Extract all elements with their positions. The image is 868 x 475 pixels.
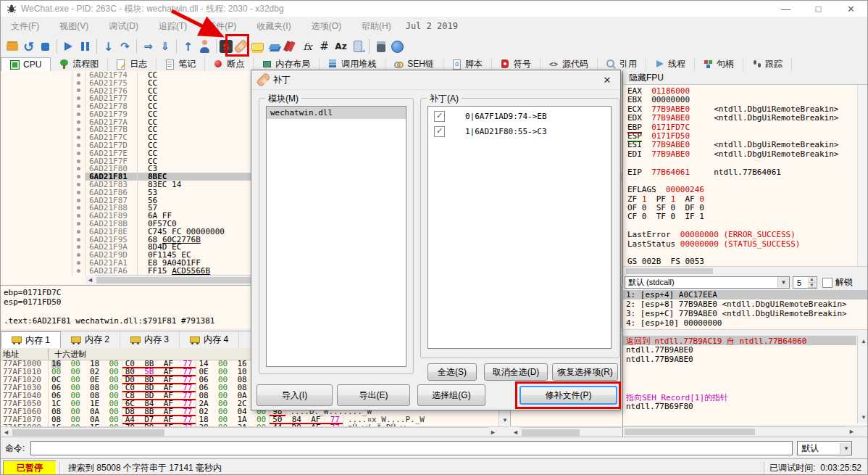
- breakpoint-dot-icon[interactable]: [72, 87, 85, 95]
- restore-selection-button[interactable]: 恢复选择项(R): [552, 363, 618, 381]
- scroll-right-icon[interactable]: ►: [488, 428, 498, 437]
- import-button[interactable]: 导入(I): [256, 384, 333, 406]
- breakpoint-dot-icon[interactable]: [72, 141, 85, 149]
- argument-row[interactable]: 2: [esp+8] 77B9ABE0 <ntdll.DbgUiRemoteBr…: [623, 300, 868, 309]
- step-into-icon[interactable]: [100, 38, 117, 55]
- breakpoint-dot-icon[interactable]: [72, 244, 85, 252]
- registers-vscrollbar[interactable]: [857, 85, 868, 266]
- breakpoint-dot-icon[interactable]: [72, 228, 85, 236]
- run-icon[interactable]: [60, 38, 77, 55]
- return-info-panel[interactable]: 返回到 ntdll.77B9AC19 自 ntdll.77B64060ntdll…: [623, 336, 856, 424]
- breakpoint-dot-icon[interactable]: [72, 236, 85, 244]
- argument-row[interactable]: 1: [esp+4] A0C17EEA: [623, 290, 868, 300]
- menu-item-4[interactable]: 插件(P): [197, 17, 246, 36]
- close-button[interactable]: ✕: [835, 1, 867, 17]
- breakpoint-dot-icon[interactable]: [72, 197, 85, 205]
- command-profile-dropdown[interactable]: 默认 ▼: [797, 441, 852, 455]
- argument-row[interactable]: 4: [esp+10] 00000000: [623, 318, 868, 328]
- tab-handles[interactable]: 句柄: [695, 57, 743, 71]
- tab-cpu[interactable]: CPU: [1, 57, 51, 71]
- breakpoint-dot-icon[interactable]: [72, 220, 85, 228]
- breakpoint-dot-icon[interactable]: [72, 118, 85, 126]
- minimize-button[interactable]: —: [769, 1, 802, 17]
- patch-file-button[interactable]: 修补文件(P): [519, 386, 617, 405]
- globe-icon[interactable]: [389, 38, 406, 55]
- open-folder-icon[interactable]: [4, 38, 20, 55]
- breakpoint-dot-icon[interactable]: [72, 110, 85, 118]
- patch-list[interactable]: ✓0|6A7F1AD9:74->EB✓1|6AD21F80:55->C3: [427, 106, 612, 349]
- strings-icon[interactable]: [333, 38, 349, 55]
- tab-notes[interactable]: 笔记: [157, 57, 205, 71]
- return-info-hscrollbar[interactable]: ►: [623, 426, 868, 437]
- scroll-up-icon[interactable]: ▲: [859, 336, 868, 346]
- breakpoint-dot-icon[interactable]: [72, 212, 85, 220]
- breakpoint-dot-icon[interactable]: [72, 165, 85, 173]
- stepper-arrows-icon[interactable]: ▲▼: [808, 277, 816, 288]
- breakpoint-dot-icon[interactable]: [72, 205, 85, 212]
- pause-icon[interactable]: [77, 38, 93, 55]
- stack-hscrollbar[interactable]: ◄: [510, 426, 622, 437]
- breakpoint-dot-icon[interactable]: [72, 181, 85, 189]
- registers-body[interactable]: EAX 01186000EBX 00000000ECX 77B9ABE0 <nt…: [623, 85, 856, 266]
- breakpoint-dot-icon[interactable]: [72, 133, 85, 141]
- breakpoint-dot-icon[interactable]: [72, 126, 85, 134]
- memory-tab-1[interactable]: 内存 1: [1, 331, 61, 348]
- fx-icon[interactable]: [299, 38, 316, 55]
- breakpoint-dot-icon[interactable]: [72, 71, 85, 79]
- restart-icon[interactable]: [20, 38, 37, 55]
- breakpoint-dot-icon[interactable]: [72, 259, 85, 267]
- attach-icon[interactable]: [196, 38, 213, 55]
- call-icon[interactable]: [349, 38, 366, 55]
- scroll-down-icon[interactable]: ▼: [500, 416, 510, 425]
- export-button[interactable]: 导出(E): [337, 384, 410, 406]
- breakpoint-dot-icon[interactable]: [72, 157, 85, 165]
- patch-dialog-titlebar[interactable]: 补丁 ✕: [251, 70, 620, 90]
- scroll-right-icon[interactable]: ►: [847, 427, 856, 436]
- comment-icon[interactable]: [249, 38, 266, 55]
- patch-icon[interactable]: [233, 38, 249, 55]
- tab-breakpoint[interactable]: 断点: [205, 57, 254, 71]
- command-input[interactable]: [30, 441, 793, 455]
- label-icon[interactable]: [266, 38, 283, 55]
- module-list[interactable]: wechatwin.dll: [266, 106, 406, 367]
- memory-tab-2[interactable]: 内存 2: [61, 331, 120, 348]
- menu-item-6[interactable]: 选项(O): [301, 17, 351, 36]
- arg-depth-stepper[interactable]: 5 ▲▼: [793, 276, 817, 289]
- execute-till-return-icon[interactable]: [157, 38, 173, 55]
- step-over-icon[interactable]: [117, 38, 133, 55]
- scylla-icon[interactable]: [220, 40, 233, 53]
- patch-list-item[interactable]: ✓0|6A7F1AD9:74->EB: [428, 110, 611, 123]
- scroll-left-icon[interactable]: ◄: [511, 428, 520, 437]
- breakpoint-dot-icon[interactable]: [72, 94, 85, 102]
- hide-fpu-button[interactable]: 隐藏FPU: [629, 72, 664, 84]
- menu-item-2[interactable]: 调试(D): [99, 17, 149, 36]
- scroll-down-icon[interactable]: ▼: [859, 413, 868, 422]
- checkbox-icon[interactable]: ✓: [434, 126, 445, 137]
- module-list-item[interactable]: wechatwin.dll: [267, 107, 406, 119]
- menu-item-7[interactable]: 帮助(H): [351, 17, 401, 36]
- convention-dropdown[interactable]: 默认 (stdcall) ▼: [625, 276, 790, 289]
- breakpoint-dot-icon[interactable]: [72, 251, 85, 259]
- pick-groups-button[interactable]: 选择组(G): [417, 384, 485, 406]
- bookmark-icon[interactable]: [283, 38, 299, 55]
- memory-hscrollbar[interactable]: ◄ ►: [1, 426, 509, 437]
- tab-log[interactable]: 日志: [108, 57, 157, 71]
- argument-row[interactable]: 3: [esp+C] 77B9ABE0 <ntdll.DbgUiRemoteBr…: [623, 309, 868, 318]
- menu-item-5[interactable]: 收藏夹(I): [246, 17, 301, 36]
- patch-list-item[interactable]: ✓1|6AD21F80:55->C3: [428, 125, 611, 138]
- breakpoint-dot-icon[interactable]: [72, 149, 85, 157]
- checkbox-icon[interactable]: ✓: [434, 111, 445, 122]
- memory-tab-4[interactable]: 内存 4: [180, 331, 239, 348]
- breakpoint-dot-icon[interactable]: [72, 267, 85, 275]
- breakpoint-dot-icon[interactable]: [72, 102, 85, 110]
- hash-icon[interactable]: [316, 38, 333, 55]
- step-out-icon[interactable]: [180, 38, 196, 55]
- tab-threads[interactable]: 线程: [646, 57, 695, 71]
- tab-trace[interactable]: 跟踪: [743, 57, 792, 71]
- breakpoint-dot-icon[interactable]: [72, 189, 85, 197]
- checkbox-icon[interactable]: [822, 278, 832, 288]
- memory-tab-3[interactable]: 内存 3: [120, 331, 180, 348]
- maximize-button[interactable]: □: [802, 1, 835, 17]
- deselect-all-button[interactable]: 取消全选(D): [484, 363, 548, 381]
- scroll-left-icon[interactable]: ◄: [85, 276, 95, 284]
